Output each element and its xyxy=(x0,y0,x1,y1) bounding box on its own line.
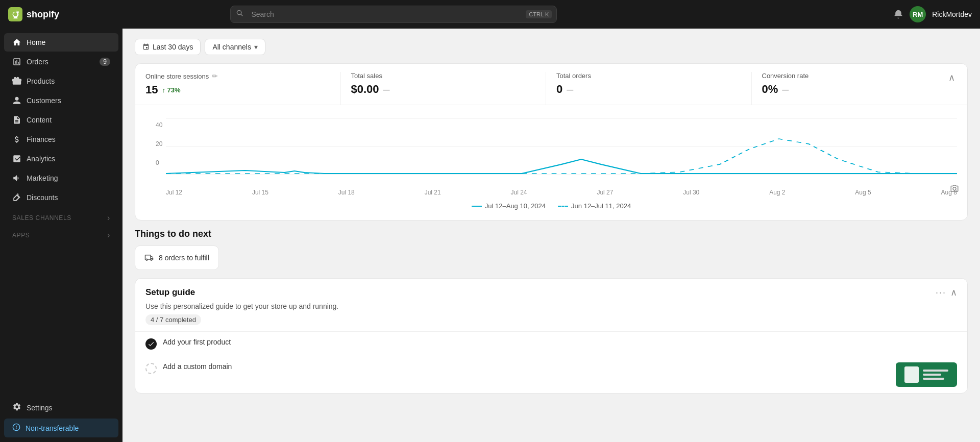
setup-guide-card: Setup guide ··· ∧ Use this personalized … xyxy=(135,278,968,394)
stats-row: Online store sessions ✏ 15 ↑ 73% Total s… xyxy=(135,64,967,105)
layout: Home Orders 9 Products Customers xyxy=(0,29,980,442)
stat-total-orders: Total orders 0 — xyxy=(556,72,741,104)
customers-icon xyxy=(12,96,21,105)
setup-item-product-label: Add your first product xyxy=(163,338,231,346)
channel-filter-button[interactable]: All channels ▾ xyxy=(205,39,265,55)
analytics-card: Online store sessions ✏ 15 ↑ 73% Total s… xyxy=(135,63,968,220)
sidebar-item-customers[interactable]: Customers xyxy=(4,91,118,110)
sidebar-item-analytics[interactable]: Analytics xyxy=(4,150,118,168)
sidebar-item-settings[interactable]: Settings xyxy=(4,398,118,418)
sidebar: Home Orders 9 Products Customers xyxy=(0,29,122,442)
topbar-actions: RM RickMortdev xyxy=(893,6,972,22)
products-icon xyxy=(12,77,21,86)
non-transferable-label: Non-transferable xyxy=(26,424,79,432)
setup-guide-progress: 4 / 7 completed xyxy=(145,314,201,325)
marketing-icon xyxy=(12,174,21,183)
screenshot-button[interactable] xyxy=(950,184,959,195)
orders-badge: 9 xyxy=(100,58,110,66)
username-label[interactable]: RickMortdev xyxy=(932,10,972,18)
chart-y-labels: 40 20 0 xyxy=(156,121,162,166)
non-transferable-icon xyxy=(12,423,20,433)
total-sales-dash: — xyxy=(383,86,390,93)
sidebar-item-home[interactable]: Home xyxy=(4,33,118,52)
sidebar-item-discounts[interactable]: Discounts xyxy=(4,188,118,207)
sidebar-item-orders[interactable]: Orders 9 xyxy=(4,53,118,71)
logo: shopify xyxy=(8,7,59,21)
date-filter-button[interactable]: Last 30 days xyxy=(135,39,201,55)
sidebar-item-marketing[interactable]: Marketing xyxy=(4,169,118,187)
setup-item-domain-label: Add a custom domain xyxy=(163,362,232,371)
legend-previous-line xyxy=(558,206,568,207)
fulfill-orders-button[interactable]: 8 orders to fulfill xyxy=(135,245,219,270)
sales-channels-chevron: › xyxy=(107,213,110,223)
setup-item-product: Add your first product xyxy=(135,331,967,356)
setup-guide-actions: ··· ∧ xyxy=(936,287,957,298)
stat-sessions: Online store sessions ✏ 15 ↑ 73% xyxy=(145,72,330,105)
sidebar-item-products[interactable]: Products xyxy=(4,72,118,90)
sidebar-item-content[interactable]: Content xyxy=(4,111,118,129)
collapse-stats-button[interactable]: ∧ xyxy=(946,72,957,83)
notifications-button[interactable] xyxy=(893,9,903,19)
filters-row: Last 30 days All channels ▾ xyxy=(135,39,968,55)
check-done-icon xyxy=(145,338,157,350)
apps-section[interactable]: Apps › xyxy=(4,225,118,242)
check-pending-icon xyxy=(145,363,157,374)
chart-container: 40 20 0 xyxy=(135,105,967,220)
logo-text: shopify xyxy=(27,9,59,20)
sales-channels-section[interactable]: Sales channels › xyxy=(4,207,118,225)
search-input[interactable] xyxy=(230,6,557,23)
sidebar-item-non-transferable[interactable]: Non-transferable xyxy=(4,419,118,437)
legend-current: Jul 12–Aug 10, 2024 xyxy=(472,202,546,210)
setup-guide-header: Setup guide ··· ∧ xyxy=(135,279,967,302)
chart-legend: Jul 12–Aug 10, 2024 Jun 12–Jul 11, 2024 xyxy=(145,198,957,216)
finances-icon xyxy=(12,135,21,144)
home-icon xyxy=(12,38,21,47)
search-bar: CTRL K xyxy=(230,6,557,23)
search-shortcut: CTRL K xyxy=(526,10,552,18)
conversion-dash: — xyxy=(782,86,789,93)
topbar: shopify CTRL K RM RickMortdev xyxy=(0,0,980,29)
total-orders-dash: — xyxy=(567,86,573,93)
setup-guide-description: Use this personalized guide to get your … xyxy=(135,302,967,314)
channel-chevron-icon: ▾ xyxy=(254,43,258,51)
legend-previous: Jun 12–Jul 11, 2024 xyxy=(558,202,631,210)
setup-item-thumbnail xyxy=(896,362,957,387)
setup-item-domain: Add a custom domain xyxy=(135,356,967,393)
orders-icon xyxy=(12,57,21,66)
analytics-icon xyxy=(12,154,21,163)
apps-chevron: › xyxy=(107,231,110,240)
content-icon xyxy=(12,115,21,125)
discounts-icon xyxy=(12,193,21,202)
legend-current-line xyxy=(472,206,482,207)
setup-guide-title: Setup guide xyxy=(145,287,195,298)
stat-conversion: Conversion rate 0% — xyxy=(762,72,947,104)
main-content: Last 30 days All channels ▾ Online store… xyxy=(122,29,980,442)
sidebar-item-finances[interactable]: Finances xyxy=(4,130,118,149)
things-to-do-title: Things to do next xyxy=(135,229,968,239)
avatar[interactable]: RM xyxy=(910,6,926,22)
stat-separator-3 xyxy=(751,72,752,105)
search-icon xyxy=(236,10,243,19)
settings-icon xyxy=(12,402,21,413)
edit-sessions-icon[interactable]: ✏ xyxy=(212,72,218,80)
chart-svg xyxy=(166,113,957,185)
setup-guide-collapse-button[interactable]: ∧ xyxy=(950,287,957,298)
sessions-change: ↑ 73% xyxy=(162,86,180,94)
stat-separator-2 xyxy=(546,72,546,105)
setup-guide-more-button[interactable]: ··· xyxy=(936,287,946,298)
stat-total-sales: Total sales $0.00 — xyxy=(351,72,536,104)
chart-x-labels: Jul 12 Jul 15 Jul 18 Jul 21 Jul 24 Jul 2… xyxy=(166,187,957,198)
stat-separator-1 xyxy=(340,72,341,105)
shopify-logo-icon xyxy=(8,7,22,21)
